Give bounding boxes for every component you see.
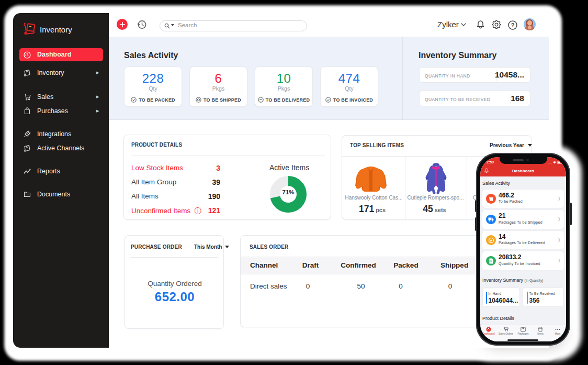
svg-text:?: ? [511,22,515,28]
